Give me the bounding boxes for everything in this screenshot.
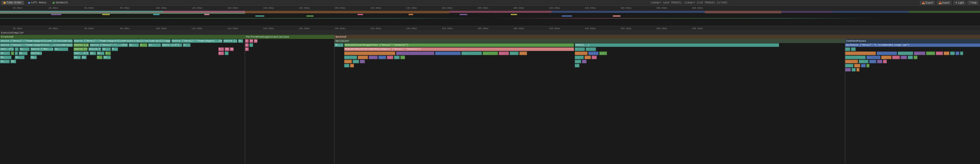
cg-r3-7[interactable]: ... [944,51,949,55]
opt-r3-r3[interactable]: ... [599,51,607,55]
opt-r3-5[interactable]: ... [483,51,498,55]
in3[interactable]: In... [230,47,234,51]
opt-r3-7[interactable]: ... [510,51,519,55]
opt-r6-1[interactable]: ... [344,64,349,68]
opt-r5-r2[interactable]: ... [582,60,587,63]
source-detail-string[interactable]: Source {"det...s_string.h"} [30,47,53,51]
pend-in1[interactable]: I... [245,39,249,43]
opt-r3-r1[interactable]: ... [575,51,587,55]
opt-r4-r2[interactable]: ... [584,56,591,59]
opt-r4-r3[interactable]: ... [592,56,597,59]
cg-r7-3[interactable]: ... [856,68,859,71]
so-r5-3[interactable]: So... [30,56,37,59]
pend-in2[interactable]: In... [250,39,253,43]
source-block-logger[interactable]: Source {"detail":"/home/odygrd/ClionProj… [73,39,170,43]
opt-r3-3[interactable]: ... [435,51,461,55]
in4[interactable]: I... [218,51,224,55]
source-block-so1[interactable]: So... [129,43,139,47]
so-r5-7[interactable]: So... [103,56,111,59]
opt-r3-1[interactable]: ... [344,51,395,55]
source-r4-det[interactable]: Source {"det...} [30,51,42,55]
source-block-sl[interactable]: S... [183,43,191,47]
source-block-formatArgStore[interactable]: Source {"detail":"/.../cFormatArgStore.h… [90,43,128,47]
opt-module-label[interactable]: Module...} [575,43,779,47]
light-button[interactable]: ☀ Light [953,1,966,5]
so-r5-4[interactable]: So... [73,56,81,59]
so-r5-2[interactable]: So... [15,56,24,59]
source-so-r[interactable]: So... [102,47,111,51]
so-r5-1[interactable]: So... [0,56,11,59]
cg-r4-1[interactable]: ... [845,56,865,59]
opt-module-topost[interactable]: ModuleToPostOrderCGSCCPassAdaptor {"deta… [344,47,574,51]
source-block-so2[interactable]: So... [148,43,161,47]
cg-r7-2[interactable]: ... [851,68,856,71]
cg-r6-3[interactable]: ... [861,64,865,68]
source-block-ono[interactable]: So... [238,39,243,43]
opt-r4-2[interactable]: ... [358,56,368,59]
so-r6-2[interactable]: So... [11,60,16,63]
opt-r4-3[interactable]: ... [369,56,378,59]
source-block-quillError[interactable]: Source {"detail":"/home/odygrd/Clio...l/… [0,43,73,47]
source-block-ase[interactable]: Source {_ase.h} [73,43,89,47]
opt-r5-1[interactable]: ... [344,60,352,63]
cg-r3-5[interactable]: ... [926,51,935,55]
source-so4[interactable]: So... [54,47,68,51]
pend-in4[interactable]: I... [245,43,249,47]
cg-r4-3[interactable]: ... [881,56,891,59]
source-bl-inc[interactable]: Source {"0de/include} [88,47,101,51]
tab-time-order[interactable]: Time Order [2,1,24,5]
import-button[interactable]: 📥 Import [937,1,951,5]
cg-r4-4[interactable]: ... [892,56,900,59]
cg-r3-2[interactable]: ... [877,51,897,55]
source-so3[interactable]: So... [19,47,30,51]
opt-r4-4[interactable]: ... [379,56,386,59]
cg-r6-1[interactable]: ... [845,64,853,68]
so-r4-6[interactable]: P... [105,51,111,55]
opt-module-block[interactable]: OptModule {"detail":"h_recommended_usage… [845,43,980,47]
dash2[interactable]: – [11,51,14,55]
opt-r5-2[interactable]: ... [353,60,359,63]
opt-r4-1[interactable]: ... [344,56,357,59]
source-block-codc[interactable]: Sourc..o.h"} [162,43,182,47]
source-dash1[interactable]: – [15,47,19,51]
timeline-container[interactable]: 20.00ms 40.00ms 60.00ms 80.00ms 100.00ms… [0,6,980,26]
cg-r6-2[interactable]: ... [854,64,860,68]
opt-r4-6[interactable]: ... [394,56,399,59]
export-button[interactable]: 📤 Export [920,1,935,5]
source-r4-sourh[interactable]: Sour...h"} [73,51,89,55]
source-block-codec[interactable]: Source {"detail":"/home/odygrd/...includ… [171,39,223,43]
so-r6-1[interactable]: So... [0,60,10,63]
cg-r3-9[interactable]: ... [956,51,959,55]
opt-r5-r1[interactable]: ... [575,60,581,63]
opt-r3-6[interactable]: ... [499,51,509,55]
in2[interactable]: In... [225,47,229,51]
help-button[interactable]: ? Help [967,1,978,5]
source-p2[interactable]: P... [111,47,118,51]
opt-r3-2[interactable]: ... [396,51,434,55]
cg-r5-4[interactable]: ... [877,60,882,63]
cg-r3-4[interactable]: ... [914,51,925,55]
so-r4-1[interactable]: So... [0,51,10,55]
cg-r3-8[interactable]: ... [950,51,955,55]
opt-r4-r1[interactable]: ... [575,56,584,59]
cg-r5-2[interactable]: ... [859,60,869,63]
opt-r6-r1[interactable]: ... [575,64,579,68]
cg-r4-6[interactable]: ... [908,56,913,59]
cg-r4-2[interactable]: ... [866,56,880,59]
so-r5-5[interactable]: So... [81,56,87,59]
pend-in3[interactable]: In... [254,39,258,43]
source-block-0de3[interactable]: Source {"0de.3/memory} [73,47,88,51]
opt-r3-4[interactable]: ... [461,51,482,55]
opt-dash1[interactable]: – [575,47,585,51]
cg-r3-3[interactable]: ... [898,51,913,55]
tab-left-heavy[interactable]: Left Heavy [26,1,49,5]
tab-sandwich[interactable]: Sandwich [51,1,70,5]
opt-module-inliner[interactable]: ModuleInlinerWrapperPass {"detail":"[mod… [344,43,574,47]
timeline-tracks[interactable] [0,10,980,26]
so-r4-4[interactable]: So... [90,51,96,55]
pend-in5[interactable]: I... [245,47,249,51]
cg-r4-7[interactable]: ... [913,56,918,59]
cg-r2-1[interactable]: – [845,47,850,51]
cg-r4-5[interactable]: ... [900,56,907,59]
in1[interactable]: I... [218,47,224,51]
